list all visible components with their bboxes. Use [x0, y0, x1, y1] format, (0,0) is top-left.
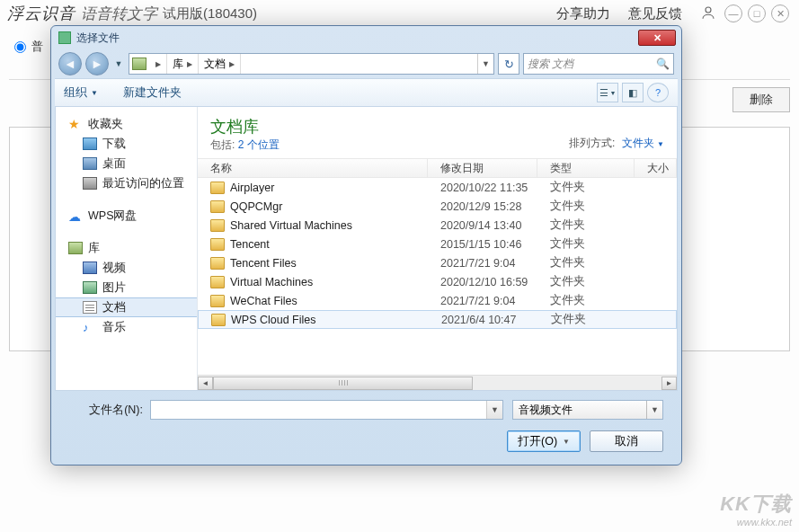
table-row[interactable]: QQPCMgr2020/12/9 15:28文件夹 [198, 197, 677, 216]
folder-icon [210, 295, 225, 307]
app-version: 试用版(180430) [163, 5, 257, 22]
folder-icon [210, 182, 225, 194]
open-button[interactable]: 打开(O)▼ [507, 430, 581, 452]
nav-row: ◄ ► ▼ ▶ 库▶ 文档▶ ▼ ↻ 搜索 文档 🔍 [51, 49, 681, 78]
file-open-dialog: 选择文件 ✕ ◄ ► ▼ ▶ 库▶ 文档▶ ▼ ↻ 搜索 文档 🔍 组织▼ 新建… [50, 25, 682, 466]
dialog-footer: 文件名(N): ▼ 音视频文件 ▼ 打开(O)▼ 取消 [51, 391, 681, 465]
recent-icon [83, 177, 97, 190]
sidebar-item-documents[interactable]: 文档 [56, 297, 197, 317]
address-bar[interactable]: ▶ 库▶ 文档▶ ▼ [129, 53, 494, 75]
video-icon [83, 262, 97, 274]
feedback-link[interactable]: 意见反馈 [628, 5, 682, 22]
nav-back-button[interactable]: ◄ [58, 52, 82, 75]
col-type: 类型 [537, 159, 635, 177]
search-input[interactable]: 搜索 文档 🔍 [523, 53, 674, 75]
filename-dropdown-icon[interactable]: ▼ [486, 401, 502, 419]
locations-link[interactable]: 2 个位置 [238, 138, 280, 151]
sidebar-item-desktop[interactable]: 桌面 [56, 154, 197, 173]
nav-forward-button[interactable]: ► [85, 52, 109, 75]
table-row[interactable]: Virtual Machines2020/12/10 16:59文件夹 [198, 272, 677, 291]
column-headers[interactable]: 名称 修改日期 类型 大小 [198, 158, 677, 178]
dialog-titlebar[interactable]: 选择文件 ✕ [51, 26, 681, 49]
dialog-icon [58, 31, 71, 44]
search-icon: 🔍 [656, 58, 670, 70]
table-row[interactable]: Airplayer2020/10/22 11:35文件夹 [198, 178, 677, 197]
file-list-area: 文档库 包括: 2 个位置 排列方式: 文件夹 ▼ 名称 修改日期 类型 大小 … [198, 107, 677, 390]
star-icon: ★ [68, 118, 83, 130]
close-app-icon[interactable]: ✕ [771, 4, 789, 22]
share-link[interactable]: 分享助力 [556, 5, 610, 22]
library-title: 文档库 [210, 116, 280, 137]
folder-icon [211, 314, 226, 326]
library-icon [132, 58, 146, 70]
sidebar-item-pictures[interactable]: 图片 [56, 278, 197, 297]
table-row[interactable]: WeChat Files2021/7/21 9:04文件夹 [198, 291, 677, 310]
organize-menu[interactable]: 组织▼ [64, 84, 98, 101]
scroll-thumb[interactable] [213, 377, 473, 390]
filename-input[interactable]: ▼ [150, 400, 503, 420]
col-name: 名称 [198, 159, 428, 177]
scroll-right-icon[interactable]: ► [661, 377, 677, 390]
music-icon: ♪ [83, 321, 97, 333]
folder-icon [210, 276, 225, 288]
folder-icon [210, 200, 225, 213]
app-brand: 浮云识音 [7, 3, 75, 24]
dialog-title: 选择文件 [76, 31, 120, 46]
watermark: KK下载 www.kkx.net [720, 492, 792, 528]
delete-button[interactable]: 删除 [732, 87, 790, 112]
sidebar-item-recent[interactable]: 最近访问的位置 [56, 173, 197, 193]
library-subtitle: 包括: 2 个位置 [210, 137, 280, 153]
sidebar-item-downloads[interactable]: 下载 [56, 134, 197, 154]
downloads-icon [83, 137, 97, 150]
cloud-icon: ☁ [68, 209, 83, 222]
nav-history-dropdown[interactable]: ▼ [112, 54, 125, 74]
sidebar-libraries[interactable]: 库 [56, 238, 197, 258]
sidebar: ★ 收藏夹 下载 桌面 最近访问的位置 ☁ [56, 107, 198, 390]
refresh-button[interactable]: ↻ [498, 53, 519, 75]
table-row[interactable]: Tencent2015/1/15 10:46文件夹 [198, 235, 677, 253]
close-dialog-button[interactable]: ✕ [638, 30, 676, 46]
preview-pane-button[interactable]: ◧ [622, 83, 644, 102]
sidebar-item-music[interactable]: ♪ 音乐 [56, 317, 197, 337]
app-subtitle: 语音转文字 [81, 4, 157, 24]
scroll-left-icon[interactable]: ◄ [198, 377, 213, 390]
cancel-button[interactable]: 取消 [590, 430, 663, 452]
app-header: 浮云识音 语音转文字 试用版(180430) 分享助力 意见反馈 — □ ✕ [0, 0, 799, 27]
table-row[interactable]: Shared Virtual Machines2020/9/14 13:40文件… [198, 216, 677, 235]
folder-icon [210, 238, 225, 251]
col-size: 大小 [635, 159, 677, 177]
folder-icon [210, 257, 225, 270]
maximize-icon[interactable]: □ [748, 4, 766, 22]
toolbar: 组织▼ 新建文件夹 ☰ ▼ ◧ ? [55, 78, 678, 107]
horizontal-scrollbar[interactable]: ◄ ► [198, 375, 677, 390]
address-dropdown-icon[interactable]: ▼ [477, 54, 493, 74]
user-icon[interactable] [691, 4, 722, 23]
col-date: 修改日期 [428, 159, 537, 177]
new-folder-button[interactable]: 新建文件夹 [123, 84, 182, 101]
desktop-icon [83, 157, 97, 170]
arrange-by[interactable]: 排列方式: 文件夹 ▼ [569, 136, 664, 153]
help-button[interactable]: ? [647, 83, 669, 102]
svg-point-0 [706, 7, 711, 13]
library-nav-icon [68, 242, 83, 254]
sidebar-wps[interactable]: ☁ WPS网盘 [56, 206, 197, 226]
table-row[interactable]: Tencent Files2021/7/21 9:04文件夹 [198, 253, 677, 272]
table-row[interactable]: WPS Cloud Files2021/6/4 10:47文件夹 [198, 310, 677, 329]
filetype-dropdown-icon[interactable]: ▼ [646, 401, 662, 419]
folder-icon [210, 219, 225, 232]
minimize-icon[interactable]: — [724, 4, 742, 22]
mode-radio[interactable] [14, 41, 26, 53]
filetype-select[interactable]: 音视频文件 ▼ [512, 400, 663, 420]
documents-icon [83, 301, 97, 314]
filename-label: 文件名(N): [69, 403, 150, 418]
view-options-button[interactable]: ☰ ▼ [597, 83, 618, 102]
sidebar-item-videos[interactable]: 视频 [56, 258, 197, 278]
sidebar-favorites[interactable]: ★ 收藏夹 [56, 114, 197, 134]
pictures-icon [83, 281, 97, 294]
mode-label: 普 [31, 39, 43, 55]
